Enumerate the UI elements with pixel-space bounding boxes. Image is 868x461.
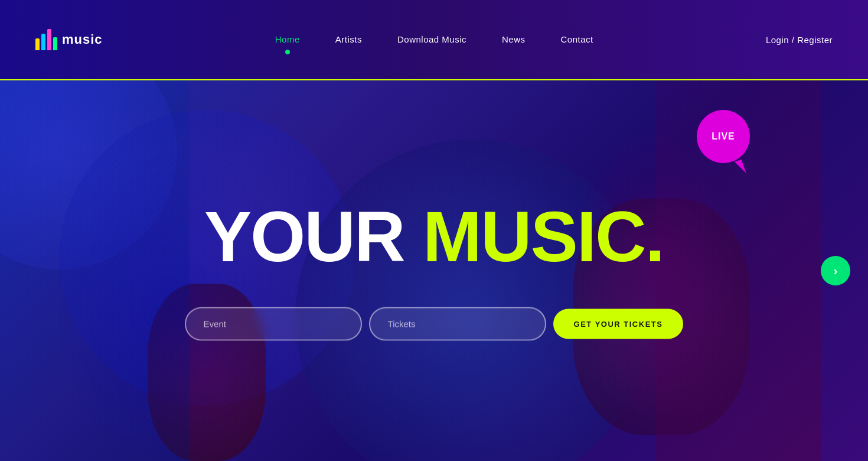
nav-links: Home Artists Download Music News Contact xyxy=(275,34,593,45)
live-badge-text: LIVE xyxy=(712,131,735,142)
logo-bars xyxy=(35,29,57,50)
tickets-input[interactable] xyxy=(369,307,546,341)
nav-link-home[interactable]: Home xyxy=(275,34,300,44)
live-badge: LIVE xyxy=(697,110,750,163)
nav-link-download[interactable]: Download Music xyxy=(397,34,466,44)
next-arrow-button[interactable]: › xyxy=(821,256,850,285)
hero-title-yellow: MUSIC. xyxy=(423,197,664,276)
logo[interactable]: music xyxy=(35,29,103,50)
nav-link-news[interactable]: News xyxy=(502,34,526,44)
logo-bar-2 xyxy=(41,34,45,50)
get-tickets-button[interactable]: GET YOUR TICKETS xyxy=(553,309,684,339)
logo-text: music xyxy=(62,32,103,47)
logo-bar-4 xyxy=(53,37,57,50)
hero-search-bar: GET YOUR TICKETS xyxy=(168,307,700,341)
nav-link-contact[interactable]: Contact xyxy=(561,34,593,44)
hero-content: YOUR MUSIC. GET YOUR TICKETS xyxy=(168,201,700,341)
hero-section: LIVE YOUR MUSIC. GET YOUR TICKETS › xyxy=(0,80,868,461)
nav-item-artists[interactable]: Artists xyxy=(335,34,362,45)
next-arrow-icon: › xyxy=(834,264,838,278)
logo-bar-1 xyxy=(35,38,40,50)
nav-login-register[interactable]: Login / Register xyxy=(766,35,833,45)
nav-item-news[interactable]: News xyxy=(502,34,526,45)
hero-title-white: YOUR xyxy=(204,197,423,276)
nav-item-contact[interactable]: Contact xyxy=(561,34,593,45)
navbar: music Home Artists Download Music News C… xyxy=(0,0,868,80)
nav-item-home[interactable]: Home xyxy=(275,34,300,45)
event-input[interactable] xyxy=(185,307,362,341)
nav-link-artists[interactable]: Artists xyxy=(335,34,362,44)
logo-bar-3 xyxy=(47,29,51,50)
nav-item-download[interactable]: Download Music xyxy=(397,34,466,45)
hero-title: YOUR MUSIC. xyxy=(168,201,700,272)
active-indicator xyxy=(285,50,290,54)
